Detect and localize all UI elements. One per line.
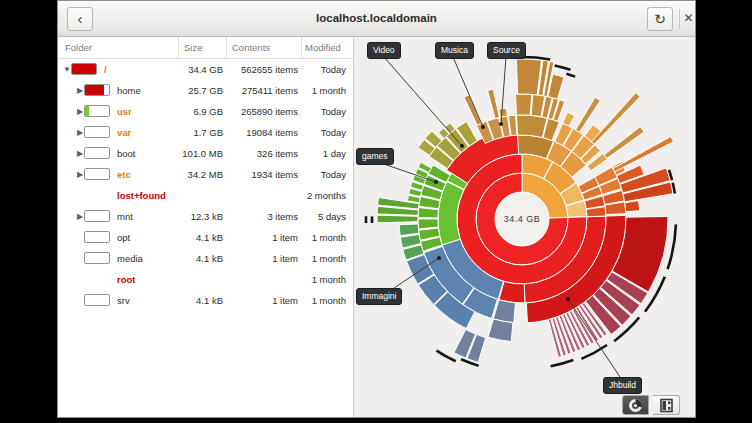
- folder-tree-pane: Folder Size Contents Modified ▼/34.4 GB5…: [58, 37, 354, 418]
- folder-name: root: [117, 269, 135, 290]
- folder-size: 25.7 GB: [179, 80, 223, 101]
- table-row[interactable]: lost+found2 months: [58, 185, 353, 206]
- table-row[interactable]: opt4.1 kB1 item1 month: [58, 227, 353, 248]
- callout-anchor-dot: [499, 122, 503, 126]
- folder-name: opt: [117, 227, 130, 248]
- refresh-button[interactable]: ↻: [647, 7, 673, 31]
- chart-segment[interactable]: [517, 115, 548, 138]
- folder-name: lost+found: [117, 185, 166, 206]
- chart-total-size-label: 34.4 GB: [504, 214, 541, 224]
- table-row[interactable]: ▶boot101.0 MB326 items1 day: [58, 143, 353, 164]
- folder-size: 6.9 GB: [179, 101, 223, 122]
- chart-callout-games: games: [356, 148, 394, 165]
- window-title: localhost.localdomain: [58, 1, 695, 36]
- folder-contents: [227, 185, 298, 206]
- rings-chart-pane: 34.4 GB VideoMusicaSourcegamesImmaginiJh…: [354, 37, 696, 418]
- chart-segment[interactable]: [418, 208, 439, 218]
- folder-size: [179, 185, 223, 206]
- rings-chart-icon: [628, 398, 643, 413]
- folder-modified: 1 month: [302, 290, 346, 311]
- folder-contents: 326 items: [227, 143, 298, 164]
- table-row[interactable]: ▶usr6.9 GB265890 itemsToday: [58, 101, 353, 122]
- folder-modified: Today: [302, 164, 346, 185]
- chart-segment[interactable]: [499, 108, 508, 117]
- depth-continuation-mark: [551, 360, 574, 366]
- folder-modified: 1 month: [302, 227, 346, 248]
- chart-segment[interactable]: [464, 95, 481, 125]
- usage-legend-box: [84, 294, 110, 306]
- usage-legend-box: [84, 105, 110, 117]
- folder-modified: Today: [302, 122, 346, 143]
- usage-legend-fill: [72, 64, 96, 74]
- folder-contents: 1 item: [227, 248, 298, 269]
- rings-view-button[interactable]: [622, 395, 649, 415]
- folder-modified: Today: [302, 101, 346, 122]
- chart-segment[interactable]: [516, 59, 541, 95]
- folder-name: home: [117, 80, 141, 101]
- folder-size: 101.0 MB: [179, 143, 223, 164]
- usage-legend-box: [84, 210, 110, 222]
- close-icon[interactable]: ✕: [680, 1, 696, 36]
- folder-contents: 1 item: [227, 290, 298, 311]
- folder-size: 1.7 GB: [179, 122, 223, 143]
- table-row[interactable]: srv4.1 kB1 item1 month: [58, 290, 353, 311]
- folder-contents: 275411 items: [227, 80, 298, 101]
- folder-size: 4.1 kB: [179, 248, 223, 269]
- callout-anchor-dot: [481, 125, 485, 129]
- chart-callout-immagini: Immagini: [356, 288, 402, 305]
- folder-contents: [227, 269, 298, 290]
- usage-legend-box: [84, 168, 110, 180]
- folder-size: 4.1 kB: [179, 290, 223, 311]
- chart-segment[interactable]: [563, 112, 575, 126]
- folder-name: media: [117, 248, 143, 269]
- column-header-folder[interactable]: Folder: [65, 37, 92, 58]
- column-header-modified[interactable]: Modified: [301, 37, 341, 58]
- usage-legend-box: [84, 252, 110, 264]
- table-row[interactable]: ▼/34.4 GB562655 itemsToday: [58, 59, 353, 80]
- rings-chart[interactable]: [354, 37, 696, 418]
- folder-size: [179, 269, 223, 290]
- chart-segment[interactable]: [418, 219, 438, 229]
- chart-callout-source: Source: [487, 42, 526, 59]
- folder-contents: 3 items: [227, 206, 298, 227]
- table-row[interactable]: ▶home25.7 GB275411 items1 month: [58, 80, 353, 101]
- chart-segment[interactable]: [377, 215, 418, 223]
- folder-modified: 1 month: [302, 269, 346, 290]
- folder-name: var: [117, 122, 131, 143]
- chart-segment[interactable]: [488, 319, 513, 342]
- folder-name: srv: [117, 290, 130, 311]
- chart-segment[interactable]: [515, 94, 531, 115]
- folder-modified: 2 months: [302, 185, 346, 206]
- chart-segment[interactable]: [488, 89, 500, 118]
- column-header-size[interactable]: Size: [178, 37, 202, 58]
- column-header-contents[interactable]: Contents: [226, 37, 270, 58]
- table-row[interactable]: ▶var1.7 GB19084 itemsToday: [58, 122, 353, 143]
- table-row[interactable]: ▶etc34.2 MB1934 itemsToday: [58, 164, 353, 185]
- folder-contents: 19084 items: [227, 122, 298, 143]
- folder-size: 34.2 MB: [179, 164, 223, 185]
- folder-name: usr: [117, 101, 132, 122]
- chart-segment[interactable]: [604, 127, 644, 159]
- treemap-view-button[interactable]: [653, 395, 680, 415]
- table-row[interactable]: ▶mnt12.3 kB3 items5 days: [58, 206, 353, 227]
- table-header: Folder Size Contents Modified: [58, 37, 353, 59]
- folder-name: boot: [117, 143, 136, 164]
- chart-callout-musica: Musica: [435, 42, 474, 59]
- folder-modified: Today: [302, 59, 346, 80]
- chart-segment[interactable]: [625, 201, 640, 212]
- depth-continuation-mark: [436, 351, 455, 362]
- table-row[interactable]: media4.1 kB1 item1 month: [58, 248, 353, 269]
- depth-continuation-mark: [555, 65, 571, 69]
- usage-legend-box: [84, 147, 110, 159]
- chart-segment[interactable]: [399, 224, 419, 236]
- callout-leader-line: [453, 57, 483, 127]
- depth-continuation-mark: [566, 74, 575, 77]
- folder-modified: 1 month: [302, 80, 346, 101]
- chart-callout-jhbuild: Jhbuild: [603, 377, 642, 394]
- table-row[interactable]: root1 month: [58, 269, 353, 290]
- folder-name: /: [104, 59, 107, 80]
- chart-callout-video: Video: [367, 42, 401, 59]
- usage-legend-fill: [85, 106, 89, 116]
- folder-size: 34.4 GB: [179, 59, 223, 80]
- folder-contents: 1 item: [227, 227, 298, 248]
